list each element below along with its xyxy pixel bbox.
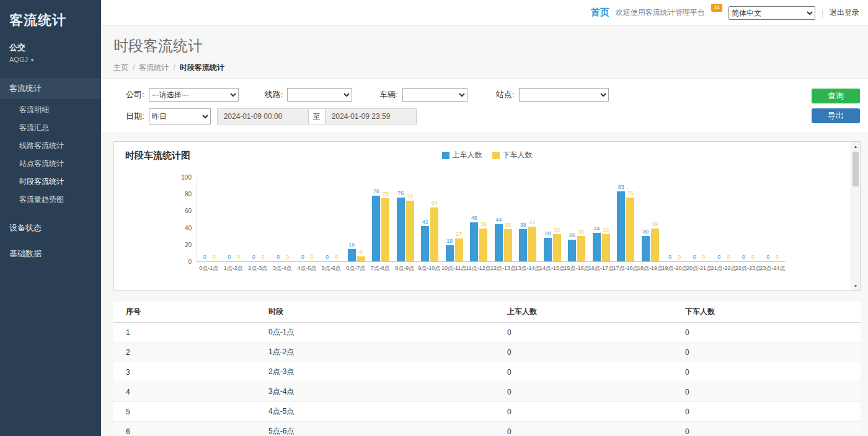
bar-boarding[interactable] xyxy=(593,233,601,261)
bar-alighting[interactable] xyxy=(651,229,659,261)
bar-column: 75 xyxy=(381,191,389,261)
bar-group: 7672 xyxy=(393,177,418,261)
logout-link[interactable]: 退出登录 xyxy=(830,7,859,18)
bar-column: 39 xyxy=(651,222,659,261)
caret-down-icon: ▼ xyxy=(30,58,35,63)
bar-alighting[interactable] xyxy=(626,198,634,261)
breadcrumb: 主页/客流统计/时段客流统计 xyxy=(113,63,856,73)
bar-alighting[interactable] xyxy=(455,238,463,261)
date-from-input[interactable] xyxy=(217,108,309,124)
legend-label: 下车人数 xyxy=(503,150,533,160)
bar-value-label: 76 xyxy=(397,191,404,196)
bar-boarding[interactable] xyxy=(470,222,478,261)
bar-boarding[interactable] xyxy=(544,238,552,261)
legend-label: 上车人数 xyxy=(453,150,482,160)
breadcrumb-home[interactable]: 主页 xyxy=(113,63,128,72)
bar-boarding[interactable] xyxy=(348,249,356,261)
bar-value-label: 6 xyxy=(360,250,363,255)
sidebar-section-passenger-stats[interactable]: 客流统计 xyxy=(0,78,101,99)
chart-scrollbar[interactable]: ▲ ▼ xyxy=(851,142,860,290)
legend-item[interactable]: 下车人数 xyxy=(492,150,533,160)
sidebar-subitem[interactable]: 客流明细 xyxy=(0,101,101,119)
bar-alighting[interactable] xyxy=(357,256,365,261)
bar-boarding[interactable] xyxy=(397,198,405,261)
scrollbar-up-arrow-icon[interactable]: ▲ xyxy=(851,142,860,151)
data-table-card: 序号时段上车人数下车人数 10点-1点0021点-2点0032点-3点0043点… xyxy=(113,302,861,436)
table-cell: 5点-6点 xyxy=(268,422,507,436)
table-cell: 0 xyxy=(685,362,861,382)
bar-column: 0 xyxy=(715,255,723,261)
bar-column: 0 xyxy=(764,255,772,261)
table-cell: 3点-4点 xyxy=(268,382,507,402)
sidebar-subitem[interactable]: 客流汇总 xyxy=(0,119,101,137)
bar-column: 6 xyxy=(357,250,365,261)
sidebar-subitem[interactable]: 时段客流统计 xyxy=(0,173,101,191)
sidebar-section-base-data[interactable]: 基础数据 xyxy=(0,243,101,264)
bar-column: 0 xyxy=(666,255,674,261)
bar-alighting[interactable] xyxy=(381,198,389,261)
sidebar-section-device-status[interactable]: 设备状态 xyxy=(0,217,101,238)
bar-alighting[interactable] xyxy=(504,229,512,261)
y-axis-tick: 40 xyxy=(185,225,192,232)
bar-value-label: 19 xyxy=(446,238,453,244)
vehicle-label: 车辆: xyxy=(379,89,398,100)
bar-boarding[interactable] xyxy=(519,229,527,261)
bar-alighting[interactable] xyxy=(406,201,414,261)
legend-item[interactable]: 上车人数 xyxy=(442,150,482,160)
vehicle-select[interactable] xyxy=(402,88,467,102)
breadcrumb-parent[interactable]: 客流统计 xyxy=(139,63,169,72)
bar-value-label: 0 xyxy=(326,255,329,260)
x-axis-label: 13点-14点 xyxy=(515,264,540,272)
table-row: 65点-6点00 xyxy=(113,422,861,436)
bar-value-label: 0 xyxy=(742,255,745,260)
bar-value-label: 30 xyxy=(642,229,649,235)
bar-boarding[interactable] xyxy=(642,236,650,261)
bar-alighting[interactable] xyxy=(528,227,536,261)
sidebar-subitem[interactable]: 站点客流统计 xyxy=(0,155,101,173)
notification-badge[interactable]: 34 xyxy=(711,4,722,12)
bar-column: 38 xyxy=(504,222,512,261)
bar-alighting[interactable] xyxy=(577,236,585,261)
bar-alighting[interactable] xyxy=(553,234,561,261)
bar-group: 1927 xyxy=(442,177,467,261)
scrollbar-down-arrow-icon[interactable]: ▼ xyxy=(851,281,860,290)
bar-boarding[interactable] xyxy=(495,224,503,261)
bar-column: 39 xyxy=(479,222,487,261)
home-link[interactable]: 首页 xyxy=(591,7,609,19)
y-axis-tick: 0 xyxy=(188,259,192,265)
table-cell: 0 xyxy=(507,323,685,342)
company-select[interactable]: ---请选择--- xyxy=(149,88,239,102)
table-row: 32点-3点00 xyxy=(113,362,861,382)
bar-boarding[interactable] xyxy=(421,226,429,261)
bar-boarding[interactable] xyxy=(568,240,576,261)
scrollbar-thumb[interactable] xyxy=(852,152,859,186)
profile-user-menu[interactable]: AQGJ▼ xyxy=(9,56,101,63)
breadcrumb-separator: / xyxy=(173,63,175,72)
export-button[interactable]: 导出 xyxy=(812,108,860,123)
y-axis-tick: 100 xyxy=(181,175,192,181)
bar-value-label: 0 xyxy=(766,255,769,260)
query-button[interactable]: 查询 xyxy=(812,89,860,103)
scrollbar-track[interactable] xyxy=(851,186,860,281)
company-label: 公司: xyxy=(126,89,144,100)
sidebar-subitem[interactable]: 客流量趋势图 xyxy=(0,191,101,209)
bar-alighting[interactable] xyxy=(430,207,438,261)
line-select[interactable] xyxy=(287,88,352,102)
bar-boarding[interactable] xyxy=(617,191,625,261)
bar-alighting[interactable] xyxy=(602,234,610,261)
sidebar-subitem[interactable]: 线路客流统计 xyxy=(0,137,101,155)
chart-area: 020406080100 000000000000156787576724264… xyxy=(173,178,860,272)
language-select[interactable]: 简体中文 xyxy=(728,6,815,20)
x-axis-label: 11点-12点 xyxy=(466,264,491,272)
station-select[interactable] xyxy=(519,88,609,102)
bar-value-label: 0 xyxy=(237,255,240,260)
bar-boarding[interactable] xyxy=(446,245,454,261)
date-preset-select[interactable]: 昨日 xyxy=(149,108,211,124)
bar-group: 00 xyxy=(222,177,247,261)
bar-alighting[interactable] xyxy=(479,229,487,261)
bar-group: 00 xyxy=(736,177,761,261)
table-cell: 0 xyxy=(685,323,861,342)
bar-boarding[interactable] xyxy=(372,196,380,261)
date-to-input[interactable] xyxy=(325,108,417,124)
x-axis-label: 7点-8点 xyxy=(368,264,393,272)
